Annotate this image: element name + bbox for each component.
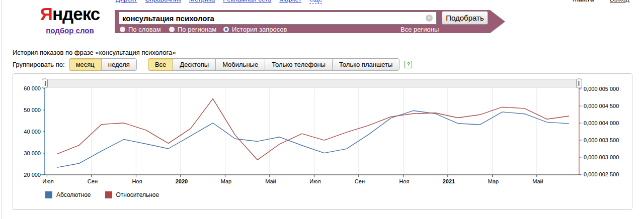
nav-link-spravochnik[interactable]: Справочник [145,0,181,3]
nav-link-ad-network[interactable]: Рекламная сеть [223,0,271,3]
device-desktop-button[interactable]: Десктопы [173,58,216,71]
legend-swatch-red [105,191,112,198]
group-by-buttons: месяц неделя [69,58,137,71]
right-axis-label: 0,000 005 000 [584,86,619,92]
search-mode-row: По словам По регионам История запросов В… [0,26,644,33]
x-axis-label: Сен [88,178,98,184]
device-phones-button[interactable]: Только телефоны [265,58,333,71]
nav-link-more[interactable]: ещё [309,0,322,4]
clear-input-icon[interactable]: × [426,15,433,22]
group-month-button[interactable]: месяц [69,58,102,71]
range-slider-left-grip[interactable] [42,79,48,88]
mode-by-words[interactable]: По словам [120,26,161,33]
search-input[interactable] [119,12,437,25]
device-filter-buttons: Все Десктопы Мобильные Только телефоны Т… [148,58,399,71]
right-axis-label: 0,000 004 500 [584,103,619,109]
nav-link-direct[interactable]: Директ [116,0,137,3]
nav-link-metrika[interactable]: Метрика [189,0,215,3]
mode-label: По регионам [178,26,216,33]
chart-legend: Абсолютное Относительное [13,191,159,198]
help-icon[interactable]: ? [405,61,412,68]
page-title: История показов по фразе «консультация п… [13,49,176,56]
right-axis-label: 0,000 003 500 [584,137,619,143]
group-week-button[interactable]: неделя [101,58,137,71]
radio-icon[interactable] [120,27,125,32]
top-nav: ДиректСправочникМетрикаРекламная сетьМар… [0,0,644,4]
yandex-logo[interactable]: Яндекс [32,5,108,23]
radio-selected-icon[interactable] [223,27,229,32]
x-axis-label: Мар [488,178,499,184]
legend-label: Относительное [116,191,159,198]
x-axis-label: 2021 [443,178,455,184]
mode-label: По словам [128,26,161,33]
mode-history[interactable]: История запросов [223,26,287,33]
window-edge [1,0,2,219]
left-axis-label: 40 000 [24,129,41,135]
right-axis-label: 0,000 002 500 [584,171,619,177]
legend-item-relative[interactable]: Относительное [105,191,159,198]
all-regions-link[interactable]: Все регионы [400,26,439,34]
user-login: mail.ru [573,0,594,3]
mode-label: История запросов [232,26,287,33]
device-tablets-button[interactable]: Только планшеты [332,58,399,71]
left-axis-label: 60 000 [24,85,41,91]
x-axis-label: Июл [309,178,320,184]
x-axis-label: Июл [42,178,53,184]
x-axis-label: 2020 [176,178,188,184]
controls-row: Группировать по: месяц неделя Все Дескто… [13,58,412,71]
device-all-button[interactable]: Все [148,58,173,71]
legend-label: Абсолютное [56,191,91,198]
range-slider-track[interactable] [45,79,579,87]
device-mobile-button[interactable]: Мобильные [215,58,265,71]
right-axis-label: 0,000 003 000 [584,154,619,160]
left-axis-label: 50 000 [24,107,41,113]
x-axis-label: Ноя [132,178,142,184]
x-axis-label: Май [265,178,276,184]
x-axis-label: Ноя [399,178,409,184]
x-axis-label: Май [532,178,543,184]
user-login-text: ail.ru [579,0,594,3]
legend-item-absolute[interactable]: Абсолютное [45,191,91,198]
page: ДиректСправочникМетрикаРекламная сетьМар… [0,0,644,219]
x-axis-label: Мар [221,178,232,184]
left-axis-label: 30 000 [24,150,41,156]
chart-panel: 60 00050 00040 00030 00020 0000,000 005 … [13,73,632,210]
group-by-label: Группировать по: [13,61,65,68]
right-axis-label: 0,000 004 000 [584,120,619,126]
range-slider-right-grip[interactable] [577,79,582,88]
nav-link-market[interactable]: Маркет [279,0,301,3]
logout-link[interactable]: Выход [610,0,629,3]
left-axis-label: 20 000 [24,172,41,178]
legend-swatch-blue [45,191,52,198]
submit-button[interactable]: Подобрать [442,11,488,25]
mode-by-regions[interactable]: По регионам [169,26,216,33]
radio-icon[interactable] [169,27,175,32]
history-chart: 60 00050 00040 00030 00020 0000,000 005 … [13,74,631,190]
x-axis-label: Сен [355,178,365,184]
